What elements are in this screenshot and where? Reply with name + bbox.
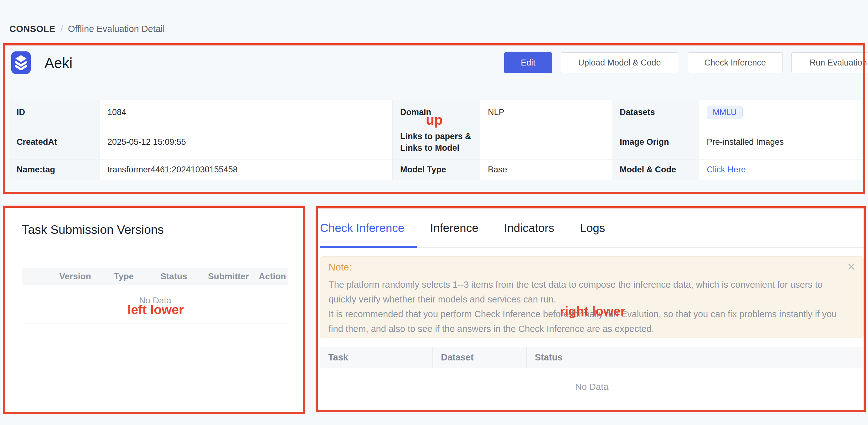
inference-tabs: Check Inference Inference Indicators Log… [320, 222, 605, 244]
breadcrumb-separator: / [60, 24, 63, 34]
info-value-createdat: 2025-05-12 15:09:55 [100, 125, 393, 160]
task-submission-versions-panel: Task Submission Versions Version Type St… [5, 208, 303, 412]
inference-header-dataset: Dataset [433, 347, 527, 368]
info-label-model-type: Model Type [393, 160, 480, 180]
info-value-id: 1084 [100, 100, 393, 125]
close-icon[interactable]: ✕ [847, 260, 856, 273]
info-label-links-line1: Links to papers & [400, 131, 480, 142]
info-value-nametag: transformer4461:20241030155458 [100, 160, 393, 180]
dataset-tag-mmlu[interactable]: MMLU [707, 106, 743, 119]
versions-table-bottom-border [22, 323, 288, 323]
inference-header-task: Task [320, 347, 433, 368]
info-value-links [480, 125, 612, 160]
info-label-image-origin: Image Orign [612, 125, 699, 160]
tab-check-inference[interactable]: Check Inference [320, 222, 404, 244]
title-divider [22, 252, 288, 252]
inference-table-header: Task Dataset Status [320, 347, 864, 368]
versions-empty-state: No Data [22, 295, 288, 306]
note-line: find them, and also to see if the answer… [329, 321, 848, 336]
edit-button[interactable]: Edit [504, 52, 552, 73]
task-submission-versions-title: Task Submission Versions [22, 223, 164, 237]
layers-icon [14, 54, 28, 72]
versions-header-version: Version [50, 272, 100, 281]
info-value-datasets: MMLU [699, 100, 862, 125]
model-code-click-here-link[interactable]: Click Here [707, 165, 746, 175]
inference-header-status: Status [527, 347, 864, 368]
page-title: Aeki [44, 53, 72, 73]
versions-header-action: Action [256, 272, 288, 281]
tab-logs[interactable]: Logs [580, 222, 605, 244]
note-line: It is recommended that you perform Check… [329, 307, 848, 321]
tab-indicators[interactable]: Indicators [504, 222, 554, 244]
upload-model-code-button[interactable]: Upload Model & Code [561, 52, 678, 73]
tab-inference[interactable]: Inference [430, 222, 478, 244]
info-value-image-origin: Pre-installed Images [699, 125, 862, 160]
inference-empty-state: No Data [320, 368, 864, 406]
breadcrumb: CONSOLE / Offline Evaluation Detail [9, 24, 165, 34]
info-label-links-line2: Links to Model [400, 142, 480, 154]
info-label-links: Links to papers & Links to Model [393, 125, 480, 160]
note-line: The platform randomly selects 1--3 items… [329, 277, 848, 292]
versions-header-submitter: Submitter [200, 272, 256, 281]
check-inference-button[interactable]: Check Inference [688, 52, 782, 73]
info-value-model-code: Click Here [699, 160, 862, 180]
note-body: The platform randomly selects 1--3 items… [329, 277, 848, 336]
active-tab-indicator [320, 246, 417, 248]
note-alert: Note: The platform randomly selects 1--3… [320, 256, 864, 338]
evaluation-info-table: ID 1084 Domain NLP Datasets MMLU Created… [9, 100, 862, 180]
versions-table-header: Version Type Status Submitter Action [22, 268, 288, 285]
inference-panel: Check Inference Inference Indicators Log… [318, 208, 863, 410]
run-evaluation-button[interactable]: Run Evaluation [791, 52, 868, 73]
app-logo [11, 51, 31, 74]
info-label-domain: Domain [393, 100, 480, 125]
info-label-model-code: Model & Code [612, 160, 699, 180]
info-label-nametag: Name:tag [9, 160, 100, 180]
breadcrumb-current-page: Offline Evaluation Detail [68, 24, 165, 34]
note-line: quickly verify whether their models and … [329, 292, 848, 307]
info-label-createdat: CreatedAt [9, 125, 100, 160]
breadcrumb-console[interactable]: CONSOLE [9, 24, 55, 34]
info-label-datasets: Datasets [612, 100, 699, 125]
info-label-id: ID [9, 100, 100, 125]
versions-header-status: Status [147, 272, 200, 281]
note-title: Note: [329, 262, 352, 273]
info-value-model-type: Base [480, 160, 612, 180]
info-value-domain: NLP [480, 100, 612, 125]
versions-header-type: Type [100, 272, 147, 281]
